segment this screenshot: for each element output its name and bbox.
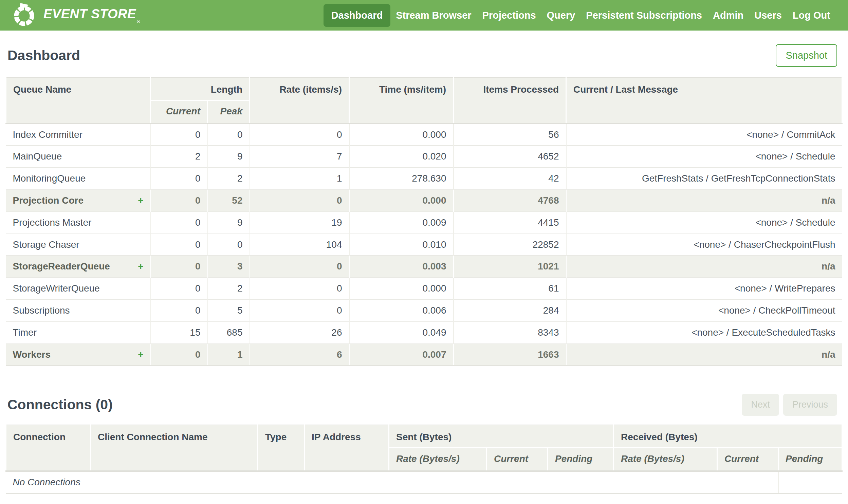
queue-rate-cell: 1 xyxy=(250,168,349,190)
connections-table-body: No Connections xyxy=(6,471,842,493)
queue-name-cell: Workers+ xyxy=(6,344,151,366)
queue-rate-cell: 19 xyxy=(250,212,349,234)
queue-row: Timer15685260.0498343<none> / ExecuteSch… xyxy=(6,322,842,344)
queue-rate-cell: 0 xyxy=(250,300,349,322)
queue-name-cell: Index Committer xyxy=(6,124,151,146)
col-header-length: Length xyxy=(151,77,250,100)
queue-group-row[interactable]: Projection Core+05200.0004768n/a xyxy=(6,190,842,212)
queue-name-cell: MonitoringQueue xyxy=(6,168,151,190)
queue-items-processed-cell: 1021 xyxy=(453,255,566,277)
queue-length-current-cell: 0 xyxy=(151,300,208,322)
no-connections-row: No Connections xyxy=(6,471,842,493)
queue-rate-cell: 0 xyxy=(250,190,349,212)
col-subheader-received-pending: Pending xyxy=(778,448,842,471)
nav-item-persistent-subscriptions[interactable]: Persistent Subscriptions xyxy=(580,4,707,27)
empty-spacer-cell xyxy=(778,471,842,493)
queue-length-peak-cell: 0 xyxy=(208,234,250,256)
queue-name: Index Committer xyxy=(13,129,83,140)
queue-message-cell: n/a xyxy=(566,344,842,366)
col-subheader-received-current: Current xyxy=(717,448,778,471)
queue-row: StorageWriterQueue0200.00061<none> / Wri… xyxy=(6,277,842,300)
queue-group-row[interactable]: StorageReaderQueue+0300.0031021n/a xyxy=(6,255,842,277)
queue-message-cell: <none> / CommitAck xyxy=(566,124,842,146)
nav-item-admin[interactable]: Admin xyxy=(707,4,749,27)
event-store-logo[interactable]: EVENT STORE® xyxy=(12,3,140,28)
col-subheader-current: Current xyxy=(151,100,208,123)
queue-rate-cell: 104 xyxy=(250,234,349,256)
queue-length-current-cell: 0 xyxy=(151,255,208,277)
queue-time-cell: 278.630 xyxy=(349,168,453,190)
queue-name: StorageWriterQueue xyxy=(13,283,100,293)
queue-name-cell: Projections Master xyxy=(6,212,151,234)
connections-table: Connection Client Connection Name Type I… xyxy=(5,425,843,493)
next-button[interactable]: Next xyxy=(742,394,779,416)
queue-length-current-cell: 0 xyxy=(151,277,208,300)
queue-length-peak-cell: 9 xyxy=(208,212,250,234)
col-header-time: Time (ms/item) xyxy=(349,77,453,124)
queue-items-processed-cell: 1663 xyxy=(453,344,566,366)
expand-icon[interactable]: + xyxy=(138,261,143,272)
queue-message-cell: <none> / Schedule xyxy=(566,212,842,234)
queue-length-current-cell: 0 xyxy=(151,344,208,366)
registered-mark: ® xyxy=(137,19,140,24)
queue-name: Projection Core xyxy=(13,195,84,206)
nav-item-log-out[interactable]: Log Out xyxy=(787,4,836,27)
queue-length-current-cell: 15 xyxy=(151,322,208,344)
nav-item-users[interactable]: Users xyxy=(749,4,787,27)
queue-items-processed-cell: 42 xyxy=(453,168,566,190)
col-header-queue-name: Queue Name xyxy=(6,77,151,124)
queue-name: Subscriptions xyxy=(13,305,70,316)
queue-length-current-cell: 0 xyxy=(151,190,208,212)
queue-name: MainQueue xyxy=(13,151,62,162)
queue-message-cell: <none> / Schedule xyxy=(566,146,842,168)
queue-row: Subscriptions0500.006284<none> / CheckPo… xyxy=(6,300,842,322)
queue-length-peak-cell: 3 xyxy=(208,255,250,277)
expand-icon[interactable]: + xyxy=(138,349,143,360)
queue-rate-cell: 0 xyxy=(250,255,349,277)
queue-time-cell: 0.020 xyxy=(349,146,453,168)
queue-time-cell: 0.009 xyxy=(349,212,453,234)
brand-name: EVENT STORE® xyxy=(43,7,140,24)
col-header-message: Current / Last Message xyxy=(566,77,842,124)
event-store-logo-icon xyxy=(12,3,37,28)
queue-rate-cell: 7 xyxy=(250,146,349,168)
dashboard-heading-bar: Dashboard Snapshot xyxy=(0,31,848,77)
previous-button[interactable]: Previous xyxy=(783,394,837,416)
queue-length-current-cell: 2 xyxy=(151,146,208,168)
queue-row: Index Committer0000.00056<none> / Commit… xyxy=(6,124,842,146)
queue-group-row[interactable]: Workers+0160.0071663n/a xyxy=(6,344,842,366)
queue-time-cell: 0.006 xyxy=(349,300,453,322)
nav-item-query[interactable]: Query xyxy=(541,4,581,27)
queue-length-peak-cell: 2 xyxy=(208,277,250,300)
queue-items-processed-cell: 284 xyxy=(453,300,566,322)
queue-name: Workers xyxy=(13,349,51,360)
queue-name: Projections Master xyxy=(13,217,92,228)
queue-length-peak-cell: 9 xyxy=(208,146,250,168)
page-title: Dashboard xyxy=(7,48,80,64)
queue-row: MainQueue2970.0204652<none> / Schedule xyxy=(6,146,842,168)
connections-pager: Next Previous xyxy=(742,394,837,416)
col-subheader-received-rate: Rate (Bytes/s) xyxy=(614,448,717,471)
queue-length-peak-cell: 1 xyxy=(208,344,250,366)
no-connections-message: No Connections xyxy=(6,471,778,493)
queue-message-cell: <none> / CheckPollTimeout xyxy=(566,300,842,322)
queue-message-cell: <none> / ChaserCheckpointFlush xyxy=(566,234,842,256)
queue-rate-cell: 0 xyxy=(250,124,349,146)
queue-length-peak-cell: 685 xyxy=(208,322,250,344)
queue-items-processed-cell: 56 xyxy=(453,124,566,146)
queues-table: Queue Name Length Rate (items/s) Time (m… xyxy=(5,77,843,366)
queue-name-cell: MainQueue xyxy=(6,146,151,168)
queue-rate-cell: 0 xyxy=(250,277,349,300)
queue-length-current-cell: 0 xyxy=(151,212,208,234)
queue-items-processed-cell: 61 xyxy=(453,277,566,300)
connections-table-header: Connection Client Connection Name Type I… xyxy=(6,425,842,471)
snapshot-button[interactable]: Snapshot xyxy=(776,44,837,67)
queue-row: MonitoringQueue021278.63042GetFreshStats… xyxy=(6,168,842,190)
nav-item-stream-browser[interactable]: Stream Browser xyxy=(391,4,476,27)
nav-item-dashboard[interactable]: Dashboard xyxy=(324,4,391,27)
connections-title: Connections (0) xyxy=(7,397,113,413)
expand-icon[interactable]: + xyxy=(138,196,143,206)
top-navbar: EVENT STORE® Dashboard Stream Browser Pr… xyxy=(0,0,848,31)
queue-name: Timer xyxy=(13,327,37,338)
nav-item-projections[interactable]: Projections xyxy=(477,4,541,27)
